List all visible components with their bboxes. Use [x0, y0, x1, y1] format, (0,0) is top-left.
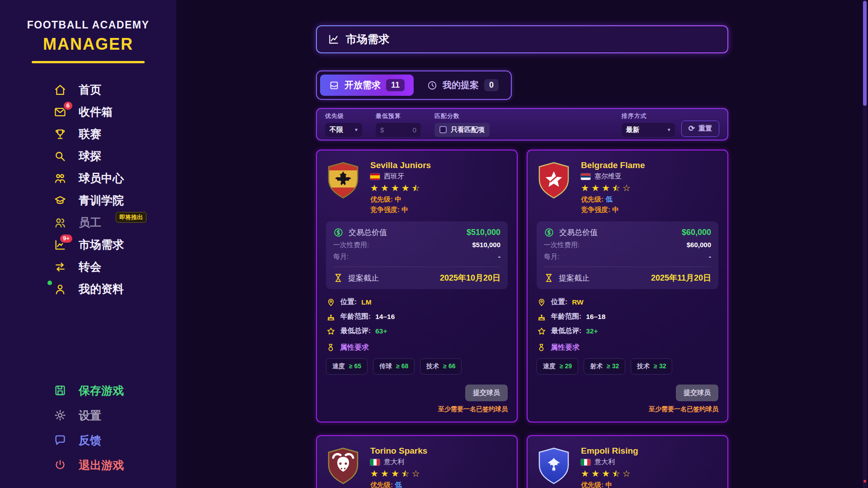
total-value-label: 交易总价值: [349, 227, 387, 238]
sort-select[interactable]: 最新 ▾: [622, 123, 675, 137]
trophy-icon: [53, 127, 67, 141]
total-value: $60,000: [682, 228, 711, 237]
sidebar-item-players[interactable]: 球员中心: [0, 167, 176, 189]
sidebar-item-label: 保存游戏: [79, 383, 124, 398]
star-full-icon: ★: [381, 469, 389, 478]
reset-button[interactable]: ⟳ 重置: [681, 121, 719, 137]
star-empty-icon: ☆: [623, 183, 631, 192]
italy-flag-icon: [370, 459, 380, 465]
tab-count-badge: 0: [484, 79, 499, 91]
min-overall-label: 最低总评:: [340, 326, 371, 336]
star-half-icon: ☆★: [612, 183, 620, 192]
sidebar-item-label: 设置: [79, 408, 101, 423]
budget-filter-label: 最低预算: [376, 112, 421, 120]
attribute-requirement: ≥ 32: [607, 362, 619, 371]
priority-select[interactable]: 不限 ▾: [325, 123, 362, 137]
chevron-down-icon: ▾: [668, 127, 670, 133]
sidebar-item-feedback[interactable]: 反馈: [0, 431, 176, 450]
club-crest: [326, 446, 360, 488]
sidebar-item-inbox[interactable]: 6收件箱: [0, 101, 176, 123]
monthly-fee-value: -: [709, 253, 711, 261]
budget-input-value: 0: [413, 126, 416, 134]
total-value: $510,000: [467, 228, 500, 237]
submit-player-button[interactable]: 提交球员: [676, 385, 718, 401]
sidebar-item-label: 我的资料: [79, 282, 124, 296]
page-header: 市场需求: [316, 25, 728, 53]
star-outline-icon: [326, 327, 336, 336]
money-icon: [544, 227, 554, 238]
star-half-icon: ☆★: [401, 469, 410, 478]
tray-icon: [329, 80, 339, 90]
attribute-chip: 射术≥ 32: [584, 358, 625, 375]
club-name: Belgrade Flame: [581, 160, 645, 170]
demand-cards-grid: Sevilla Juniors 西班牙 ★★★★☆★ 优先级: 中 竞争强度: …: [316, 150, 728, 488]
attribute-chip: 技术≥ 66: [420, 358, 462, 375]
attribute-chip: 速度≥ 65: [326, 358, 368, 375]
tab-my-proposals[interactable]: 我的提案 0: [418, 75, 508, 96]
star-outline-icon: [537, 327, 547, 336]
one-time-fee-label: 一次性费用:: [333, 241, 369, 249]
checkbox-icon: [439, 126, 447, 133]
deadline-date: 2025年11月20日: [651, 272, 711, 283]
divider: [544, 267, 711, 267]
divider: [333, 267, 500, 267]
attribute-requirement: ≥ 32: [654, 362, 666, 371]
sidebar-item-academy[interactable]: 青训学院: [0, 189, 176, 211]
attribute-requirement: ≥ 65: [349, 362, 361, 371]
profile-icon: [53, 282, 67, 296]
age-range-value: 14–16: [375, 313, 395, 321]
budget-input[interactable]: $ 0: [376, 123, 421, 137]
attribute-requirement: ≥ 29: [560, 362, 572, 371]
attribute-name: 速度: [543, 362, 556, 371]
match-checkbox-label: 只看匹配项: [451, 126, 485, 134]
gear-icon: [53, 408, 67, 422]
sidebar: FOOTBALL ACADEMY MANAGER 首页6收件箱联赛球探球员中心青…: [0, 0, 176, 488]
star-full-icon: ★: [591, 183, 599, 192]
attribute-chips: 速度≥ 65传球≥ 68技术≥ 66: [326, 358, 508, 375]
min-overall-label: 最低总评:: [551, 326, 581, 336]
sidebar-item-profile[interactable]: 我的资料: [0, 278, 176, 300]
attribute-name: 技术: [426, 362, 439, 371]
reset-icon: ⟳: [689, 125, 695, 132]
total-value-label: 交易总价值: [559, 227, 598, 238]
star-half-icon: ☆★: [412, 183, 420, 192]
club-rating: ★★★☆★☆: [581, 183, 645, 192]
min-overall-value: 63+: [375, 327, 387, 335]
match-filter-label: 匹配分数: [434, 112, 490, 120]
scrollbar-thumb[interactable]: [863, 1, 867, 106]
sidebar-footer: 保存游戏设置反馈退出游戏: [0, 381, 176, 474]
sidebar-item-quit[interactable]: 退出游戏: [0, 455, 176, 474]
sidebar-item-home[interactable]: 首页: [0, 79, 176, 101]
sidebar-item-market[interactable]: 9+市场需求: [0, 234, 176, 256]
sidebar-item-league[interactable]: 联赛: [0, 123, 176, 145]
sidebar-item-scout[interactable]: 球探: [0, 145, 176, 167]
scrollbar[interactable]: [863, 0, 867, 488]
club-name: Empoli Rising: [581, 446, 638, 456]
age-range-label: 年龄范围:: [340, 312, 371, 321]
cake-icon: [537, 312, 547, 321]
sidebar-item-save[interactable]: 保存游戏: [0, 381, 176, 400]
sidebar-item-staff[interactable]: 员工即将推出: [0, 211, 176, 234]
position-value: RW: [572, 298, 584, 306]
star-empty-icon: ☆: [623, 469, 631, 478]
tab-open-demands[interactable]: 开放需求 11: [320, 75, 414, 96]
power-icon: [53, 458, 67, 472]
cake-icon: [326, 312, 336, 321]
sidebar-item-label: 市场需求: [79, 237, 124, 252]
sidebar-item-settings[interactable]: 设置: [0, 406, 176, 425]
coming-soon-tag: 即将推出: [116, 212, 146, 223]
competition-row: 竞争强度: 中: [370, 206, 431, 214]
min-overall-value: 32+: [586, 327, 598, 335]
tab-label: 我的提案: [443, 79, 479, 91]
club-crest: [537, 446, 571, 488]
star-full-icon: ★: [370, 469, 378, 478]
demand-card: Empoli Rising 意大利 ★★★☆★☆ 优先级: 中 竞争强度: 中 …: [527, 435, 728, 488]
match-only-checkbox[interactable]: 只看匹配项: [434, 123, 490, 137]
sidebar-item-label: 球员中心: [79, 171, 124, 186]
notification-badge: 9+: [59, 234, 73, 244]
sidebar-item-transfer[interactable]: 转会: [0, 256, 176, 278]
submit-player-button[interactable]: 提交球员: [465, 385, 508, 401]
attribute-requirements-label: 属性要求: [340, 343, 369, 352]
monthly-fee-label: 每月:: [333, 253, 349, 261]
spain-flag-icon: [370, 174, 380, 180]
